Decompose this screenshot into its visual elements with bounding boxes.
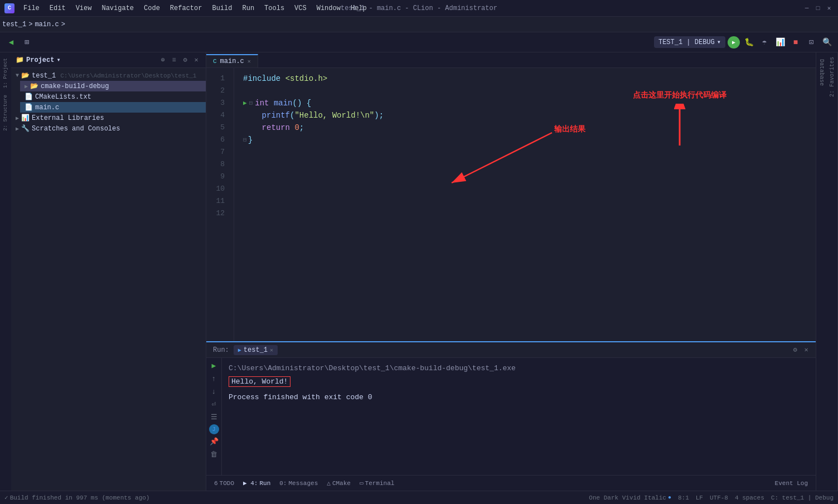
profile-button[interactable]: 📊 [773,36,787,49]
code-content[interactable]: #include <stdio.h> ▶ ⊟ int main () { [234,68,816,341]
menu-view[interactable]: View [71,3,96,13]
back-button[interactable]: ◀ [4,36,18,49]
scroll-down-button[interactable]: ↓ [209,386,220,397]
line-num-5: 5 [206,122,229,134]
line-numbers: 1 2 3 4 5 6 7 8 9 10 11 12 [206,68,234,341]
window-controls: ─ □ ✕ [802,4,834,13]
trash-button[interactable]: 🗑 [209,449,220,460]
ext-lib-arrow: ▶ [16,115,19,122]
todo-button[interactable]: 6 TODO [211,479,238,488]
maximize-button[interactable]: □ [813,4,822,13]
tree-scratches[interactable]: ▶ 🔧 Scratches and Consoles [11,123,206,134]
tree-root[interactable]: ▼ 📂 test_1 C:\Users\Administrator\Deskto… [11,70,206,81]
menu-tools[interactable]: Tools [260,3,289,13]
editor-tab-main-c[interactable]: C main.c ✕ [206,54,258,67]
menu-code[interactable]: Code [139,3,164,13]
tree-main-c[interactable]: 📄 main.c [20,102,206,113]
cmake-build-debug-icon: 📂 [30,82,38,90]
menu-window[interactable]: Window [312,3,345,13]
run-gutter-icon[interactable]: ▶ [243,97,247,109]
stop-button[interactable]: ■ [789,36,802,49]
cmake-button[interactable]: △ CMake [323,478,354,488]
project-close-button[interactable]: ✕ [191,55,201,65]
line-num-11: 11 [206,195,229,207]
context-label: C: test_1 | Debug [771,495,834,501]
project-chevron[interactable]: ▾ [56,56,60,64]
run-tab-close[interactable]: ✕ [270,347,273,353]
run-configuration-selector[interactable]: TEST_1 | DEBUG ▾ [654,36,725,48]
tree-external-libraries[interactable]: ▶ 📊 External Libraries [11,113,206,123]
menu-navigate[interactable]: Navigate [97,3,138,13]
database-tab[interactable]: Database [817,55,826,90]
breadcrumb-file[interactable]: main.c [35,21,59,28]
event-log-button[interactable]: Event Log [772,479,811,488]
structure-tab-strip[interactable]: 2: Structure [2,91,9,134]
pin-button[interactable]: 📌 [209,436,220,447]
tree-cmake-build-debug[interactable]: ▶ 📂 cmake-build-debug [20,81,206,91]
menu-build[interactable]: Build [207,3,236,13]
project-settings-button[interactable]: ⚙ [180,55,190,65]
center-content: C main.c ✕ 1 2 3 4 5 6 7 [206,52,816,491]
minimize-button[interactable]: ─ [802,4,811,13]
favorites-label[interactable]: 2: Favorites [828,52,836,101]
filter-button[interactable]: ☰ [209,411,220,423]
run-sidebar: ▶ ↑ ↓ ⏎ ☰ J 📌 🗑 [206,358,222,475]
editor-tabs: C main.c ✕ [206,52,816,68]
split-button[interactable]: ⊡ [805,36,818,49]
close-brace-fold: ⊟ [243,134,247,146]
coverage-button[interactable]: ☂ [758,36,771,49]
messages-button[interactable]: 0: Messages [276,479,321,488]
locate-in-tree-button[interactable]: ⊕ [158,55,168,65]
panel-close-button[interactable]: ✕ [801,345,811,355]
tab-label: main.c [220,57,244,65]
breadcrumb-project[interactable]: test_1 [2,21,26,28]
indent-item[interactable]: 4 spaces [735,495,764,501]
terminal-button[interactable]: ▭ Terminal [356,478,398,488]
theme-dot: ● [668,495,671,501]
line-num-2: 2 [206,85,229,97]
scroll-up-button[interactable]: ↑ [209,373,220,384]
code-editor[interactable]: 1 2 3 4 5 6 7 8 9 10 11 12 [206,68,816,341]
file-switcher-button[interactable]: ⊞ [20,36,33,49]
java-icon-button[interactable]: J [209,424,219,434]
menu-refactor[interactable]: Refactor [166,3,207,13]
menu-run[interactable]: Run [238,3,259,13]
process-done-line: Process finished with exit code 0 [229,391,809,403]
root-folder-icon: 📂 [21,71,30,80]
tab-icon: C [213,58,217,65]
editor-overlay-container: 1 2 3 4 5 6 7 8 9 10 11 12 [206,68,816,341]
encoding-label: UTF-8 [710,495,728,501]
run-output: C:\Users\Administrator\Desktop\test_1\cm… [222,358,816,475]
run-button[interactable]: ▶ [728,36,740,49]
collapse-all-button[interactable]: ≡ [169,55,179,65]
rerun-button[interactable]: ▶ [209,360,220,371]
tab-close-button[interactable]: ✕ [248,58,251,65]
run-tab[interactable]: ▶ test_1 ✕ [234,345,278,355]
code-line-11 [243,195,807,207]
line-ending-item[interactable]: LF [696,495,703,501]
panel-settings-button[interactable]: ⚙ [790,345,800,355]
window-title: test_1 - main.c - CLion - Administrator [341,4,497,12]
context-item: C: test_1 | Debug [771,495,834,501]
project-tab-strip[interactable]: 1: Project [2,55,9,91]
main-c-icon: 📄 [25,103,33,112]
debug-button[interactable]: 🐛 [742,36,755,49]
menu-vcs[interactable]: VCS [290,3,311,13]
project-panel-header: 📁 Project ▾ ⊕ ≡ ⚙ ✕ [11,52,206,68]
encoding-item[interactable]: UTF-8 [710,495,728,501]
line-col-item[interactable]: 8:1 [678,495,689,501]
tree-cmakelists[interactable]: 📄 CMakeLists.txt [20,91,206,102]
main-c-label: main.c [35,104,59,112]
status-bar-left: ✓ Build finished in 997 ms (moments ago) [4,494,149,501]
soft-wrap-button[interactable]: ⏎ [209,399,220,410]
cmake-build-debug-label: cmake-build-debug [41,83,109,90]
search-button[interactable]: 🔍 [820,36,834,49]
line-num-1: 1 [206,72,229,85]
cmake-label: CMake [332,480,351,487]
close-button[interactable]: ✕ [825,4,834,13]
fold-indicator: ⊟ [249,97,253,109]
menu-file[interactable]: File [19,3,44,13]
run-toolbar-button[interactable]: ▶ 4: Run [240,478,274,488]
project-label: Project [26,56,54,64]
menu-edit[interactable]: Edit [45,3,70,13]
